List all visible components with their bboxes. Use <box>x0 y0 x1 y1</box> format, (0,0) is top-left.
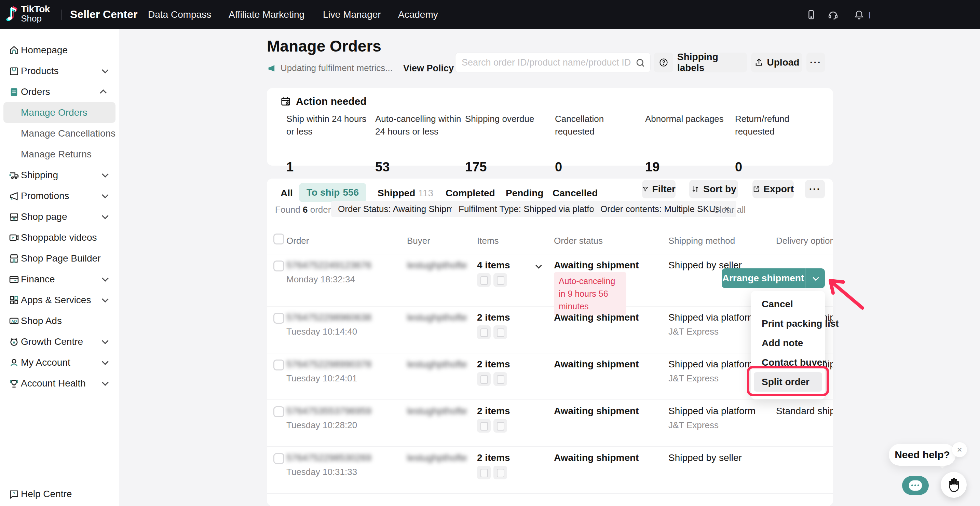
sidebar-item-manage-returns[interactable]: Manage Returns <box>0 144 119 165</box>
item-thumbnails[interactable] <box>477 419 507 433</box>
sidebar-item-shop-ads[interactable]: AD Shop Ads <box>0 310 119 331</box>
sidebar-item-homepage[interactable]: Homepage <box>0 40 119 60</box>
header-more-button[interactable]: ··· <box>807 52 825 72</box>
sidebar-item-promotions[interactable]: Promotions <box>0 186 119 206</box>
table-row[interactable]: 5764752298960638 Tuesday 10:14:40 lestug… <box>267 307 833 354</box>
sidebar-item-growth-centre[interactable]: Growth Centre <box>0 331 119 352</box>
view-policy-link[interactable]: View Policy <box>403 63 454 74</box>
shipping-labels-button[interactable]: Shipping labels <box>677 52 747 72</box>
tab-pending[interactable]: Pending <box>506 188 543 199</box>
shop-builder-icon <box>8 253 19 264</box>
row-checkbox[interactable] <box>274 313 284 324</box>
menu-item-cancel[interactable]: Cancel <box>751 294 825 314</box>
menu-item-contact-buyer[interactable]: Contact buyer <box>751 353 825 372</box>
arrange-shipment-caret-button[interactable] <box>805 268 825 288</box>
table-row[interactable]: 5764753553796959 Tuesday 10:28:20 lestug… <box>267 400 833 447</box>
row-checkbox[interactable] <box>274 406 284 417</box>
stat-auto-cancelling[interactable]: Auto-cancelling within 24 hours or less … <box>375 113 463 138</box>
stat-value: 19 <box>645 160 660 174</box>
close-icon[interactable]: × <box>952 442 967 457</box>
sidebar-label: Help Centre <box>21 489 72 500</box>
sidebar-label: Orders <box>21 86 50 97</box>
row-checkbox[interactable] <box>274 453 284 464</box>
stat-label: Cancellation requested <box>555 113 643 138</box>
live-chat-button[interactable] <box>902 476 929 495</box>
sort-by-button[interactable]: Sort by <box>689 180 738 198</box>
sidebar-menu: Homepage Products Orders Manage Orders M… <box>0 40 119 394</box>
row-checkbox[interactable] <box>274 360 284 370</box>
stat-return-refund[interactable]: Return/refund requested 0 <box>735 113 822 138</box>
upload-label: Upload <box>767 57 800 68</box>
tab-shipped[interactable]: Shipped113 <box>377 188 433 199</box>
sidebar-item-shoppable-videos[interactable]: Shoppable videos <box>0 227 119 248</box>
search-icon[interactable] <box>635 58 646 68</box>
sidebar-item-my-account[interactable]: My Account <box>0 352 119 373</box>
nav-affiliate-marketing[interactable]: Affiliate Marketing <box>229 9 304 20</box>
mobile-app-icon[interactable] <box>806 9 817 20</box>
sidebar-item-shop-page-builder[interactable]: Shop Page Builder <box>0 248 119 269</box>
sidebar-item-apps-services[interactable]: Apps & Services <box>0 290 119 310</box>
item-thumbnails[interactable] <box>477 466 507 479</box>
table-more-button[interactable]: ··· <box>805 180 825 198</box>
menu-item-split-order[interactable]: Split order <box>754 372 822 392</box>
help-button[interactable] <box>654 52 673 72</box>
nav-seller-center[interactable]: Seller Center <box>70 8 137 21</box>
apps-grid-icon <box>8 295 19 306</box>
product-thumbnail <box>477 466 491 479</box>
hand-cursor-button[interactable] <box>941 472 967 498</box>
menu-item-print-packing-list[interactable]: Print packing list <box>751 314 825 333</box>
item-thumbnails[interactable] <box>477 273 507 287</box>
more-dots: ··· <box>810 57 821 68</box>
item-thumbnails[interactable] <box>477 372 507 386</box>
nav-academy[interactable]: Academy <box>398 9 438 20</box>
sidebar-item-orders[interactable]: Orders <box>0 81 119 102</box>
shipping-method: Shipped via platform <box>668 359 756 370</box>
chevron-down-icon <box>102 275 109 282</box>
sidebar-item-shipping[interactable]: Shipping <box>0 165 119 186</box>
sidebar-item-account-health[interactable]: Account Health <box>0 373 119 394</box>
items-count: 2 items <box>477 452 510 463</box>
stat-label: Abnormal packages <box>645 113 733 125</box>
select-all-checkbox[interactable] <box>274 233 284 244</box>
arrange-shipment-button[interactable]: Arrange shipment <box>722 268 805 288</box>
order-status: Awaiting shipment <box>554 452 639 463</box>
tiktok-shop-logo[interactable]: ♪ TikTok Shop <box>6 3 50 24</box>
action-needed-card: Action needed Ship within 24 hours or le… <box>267 88 833 166</box>
menu-item-add-note[interactable]: Add note <box>751 333 825 353</box>
tab-completed[interactable]: Completed <box>445 188 495 199</box>
filter-button[interactable]: Filter <box>642 180 676 198</box>
courier-name: J&T Express <box>668 420 719 431</box>
order-time: Tuesday 10:31:33 <box>286 467 357 477</box>
support-headset-icon[interactable] <box>827 9 838 20</box>
search-input[interactable] <box>455 53 650 72</box>
item-thumbnails[interactable] <box>477 325 507 339</box>
table-row[interactable]: 5764752298530269 Tuesday 10:31:33 lestug… <box>267 447 833 494</box>
text-cursor-mark <box>869 12 870 18</box>
export-button[interactable]: Export <box>752 180 794 198</box>
need-help-bubble[interactable]: Need help? <box>889 444 956 466</box>
tab-to-ship[interactable]: To ship 556 <box>299 183 366 202</box>
stat-shipping-overdue[interactable]: Shipping overdue 175 <box>465 113 552 125</box>
chevron-down-icon[interactable] <box>535 262 542 268</box>
tab-all[interactable]: All <box>280 188 293 199</box>
products-icon <box>8 65 19 76</box>
stat-value: 1 <box>286 160 294 174</box>
sidebar-item-manage-cancellations[interactable]: Manage Cancellations <box>0 123 119 144</box>
stat-cancellation-requested[interactable]: Cancellation requested 0 <box>555 113 643 138</box>
clear-all-link[interactable]: Clear all <box>713 205 746 215</box>
announcement-banner[interactable]: Updating fulfilment metrics... <box>267 63 393 73</box>
sidebar-item-manage-orders[interactable]: Manage Orders <box>3 102 116 123</box>
row-checkbox[interactable] <box>274 260 284 271</box>
tab-cancelled[interactable]: Cancelled <box>552 188 598 199</box>
sidebar-item-shop-page[interactable]: Shop page <box>0 206 119 227</box>
notifications-bell-icon[interactable] <box>854 9 864 20</box>
sidebar-item-finance[interactable]: Finance <box>0 269 119 290</box>
sidebar-item-products[interactable]: Products <box>0 60 119 81</box>
stat-abnormal-packages[interactable]: Abnormal packages 19 <box>645 113 733 125</box>
upload-button[interactable]: Upload <box>751 52 802 72</box>
stat-ship-within-24h[interactable]: Ship within 24 hours or less 1 <box>286 113 374 138</box>
sidebar-item-help-centre[interactable]: ? Help Centre <box>0 484 119 504</box>
nav-data-compass[interactable]: Data Compass <box>148 9 211 20</box>
nav-live-manager[interactable]: Live Manager <box>323 9 381 20</box>
table-row[interactable]: 5764752298990378 Tuesday 10:24:01 lestug… <box>267 354 833 400</box>
